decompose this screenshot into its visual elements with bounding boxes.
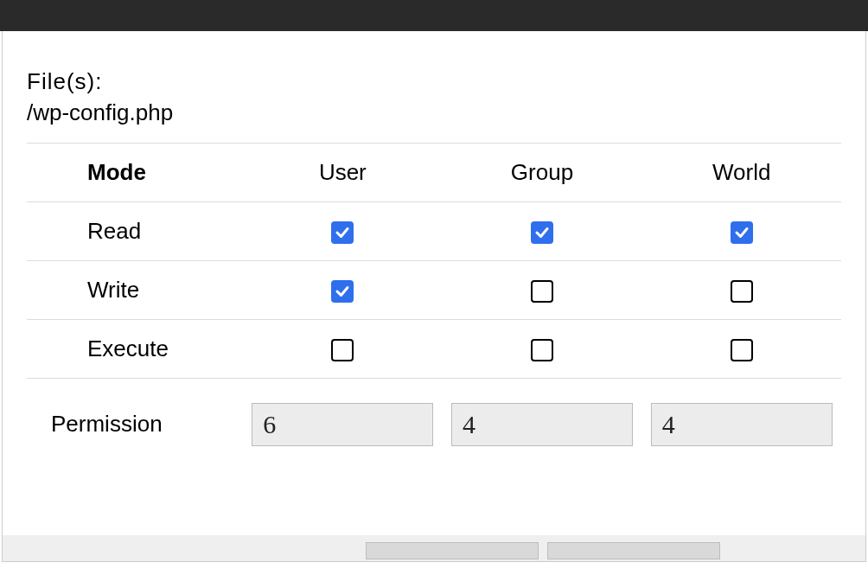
checkbox-write-group[interactable] xyxy=(531,280,553,303)
checkbox-execute-group[interactable] xyxy=(531,339,553,361)
checkbox-execute-user[interactable] xyxy=(331,339,354,361)
files-path: /wp-config.php xyxy=(27,97,841,138)
checkbox-read-user[interactable] xyxy=(331,221,354,244)
dialog-header xyxy=(0,0,868,31)
column-group: Group xyxy=(443,143,642,201)
table-row-read: Read xyxy=(27,201,841,260)
table-row-permission: Permission xyxy=(27,378,841,462)
permission-user-input[interactable] xyxy=(252,403,433,446)
footer-button[interactable] xyxy=(547,542,720,559)
files-label: File(s): xyxy=(27,66,841,97)
table-header-row: Mode User Group World xyxy=(27,143,841,201)
check-icon xyxy=(734,225,750,240)
column-mode: Mode xyxy=(27,143,243,201)
checkbox-read-world[interactable] xyxy=(731,221,753,244)
row-label-execute: Execute xyxy=(27,319,243,378)
checkbox-execute-world[interactable] xyxy=(731,339,753,361)
check-icon xyxy=(335,225,350,240)
check-icon xyxy=(534,225,550,240)
table-row-execute: Execute xyxy=(27,319,841,378)
checkbox-write-user[interactable] xyxy=(331,280,354,303)
column-world: World xyxy=(641,143,841,201)
row-label-permission: Permission xyxy=(27,378,243,462)
row-label-write: Write xyxy=(27,260,243,319)
dialog-footer xyxy=(3,535,865,561)
permission-group-input[interactable] xyxy=(451,403,633,446)
check-icon xyxy=(335,284,350,299)
footer-button[interactable] xyxy=(366,542,539,559)
permission-world-input[interactable] xyxy=(651,403,833,446)
row-label-read: Read xyxy=(27,201,243,260)
table-row-write: Write xyxy=(27,260,841,319)
checkbox-read-group[interactable] xyxy=(531,221,553,244)
permissions-table: Mode User Group World Read Write Execute xyxy=(27,143,841,462)
column-user: User xyxy=(243,143,443,201)
checkbox-write-world[interactable] xyxy=(731,280,753,303)
dialog-body: File(s): /wp-config.php Mode User Group … xyxy=(2,31,866,562)
